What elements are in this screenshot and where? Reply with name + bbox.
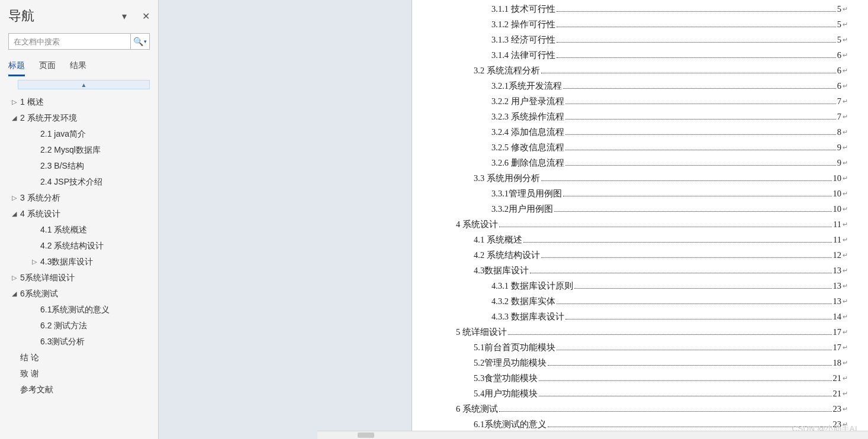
toc-page-number: 21↵ — [833, 389, 848, 399]
outline-item[interactable]: ◢2 系统开发环境 — [6, 110, 152, 126]
outline-item-label: 2.1 java简介 — [39, 129, 86, 140]
triangle-down-icon[interactable]: ◢ — [9, 115, 19, 121]
toc-title: 4.1 系统概述 — [474, 234, 522, 246]
toc-entry[interactable]: 5.2管理员功能模块18↵ — [456, 357, 848, 373]
toc-leader-dots — [557, 11, 836, 12]
toc-entry[interactable]: 6 系统测试23↵ — [456, 404, 848, 419]
toc-title: 5.2管理员功能模块 — [474, 357, 546, 369]
toc-entry[interactable]: 3.3.2用户用例图10↵ — [456, 204, 848, 219]
toc-page-number: 5↵ — [837, 4, 848, 14]
document-page[interactable]: 3.1.1 技术可行性5↵3.1.2 操作可行性5↵3.1.3 经济可行性5↵3… — [412, 0, 868, 439]
outline-item-label: 5系统详细设计 — [19, 273, 75, 283]
outline-item-label: 1 概述 — [19, 97, 44, 108]
outline-item[interactable]: ▷5系统详细设计 — [6, 270, 152, 286]
outline-item[interactable]: 结 论 — [6, 350, 152, 366]
toc-entry[interactable]: 3.1.3 经济可行性5↵ — [456, 34, 848, 50]
outline-item[interactable]: ▷4.3数据库设计 — [6, 254, 152, 270]
toc-title: 4.3数据库设计 — [474, 265, 529, 276]
tab-headings[interactable]: 标题 — [8, 60, 25, 76]
chevron-down-icon[interactable]: ▾ — [122, 11, 127, 22]
toc-entry[interactable]: 3.2 系统流程分析6↵ — [456, 65, 848, 80]
outline-item[interactable]: 参考文献 — [6, 382, 152, 398]
toc-title: 4.2 系统结构设计 — [474, 250, 540, 261]
outline-item[interactable]: ◢6系统测试 — [6, 286, 152, 302]
toc-page-number: 11↵ — [833, 220, 848, 230]
paragraph-mark-icon: ↵ — [843, 175, 848, 182]
outline-item[interactable]: 6.3测试分析 — [6, 334, 152, 350]
toc-leader-dots — [548, 365, 831, 366]
toc-entry[interactable]: 5 统详细设计17↵ — [456, 327, 848, 342]
toc-title: 3.2.1系统开发流程 — [491, 80, 562, 92]
outline-item-label: 4.1 系统概述 — [39, 225, 87, 235]
outline-item[interactable]: 2.2 Mysql数据库 — [6, 142, 152, 158]
toc-entry[interactable]: 3.3 系统用例分析10↵ — [456, 173, 848, 188]
triangle-down-icon[interactable]: ◢ — [9, 290, 19, 297]
toc-entry[interactable]: 5.4用户功能模块21↵ — [456, 388, 848, 404]
paragraph-mark-icon: ↵ — [843, 359, 848, 367]
toc-entry[interactable]: 3.1.4 法律可行性6↵ — [456, 50, 848, 65]
paragraph-mark-icon: ↵ — [843, 5, 848, 13]
outline-item[interactable]: ◢4 系统设计 — [6, 206, 152, 222]
outline-item[interactable]: 4.1 系统概述 — [6, 222, 152, 238]
paragraph-mark-icon: ↵ — [843, 21, 848, 28]
outline-item[interactable]: 2.1 java简介 — [6, 126, 152, 142]
triangle-right-icon[interactable]: ▷ — [9, 275, 19, 281]
toc-entry[interactable]: 5.3食堂功能模块21↵ — [456, 373, 848, 388]
search-icon: 🔍 — [133, 37, 143, 46]
collapse-all-button[interactable]: ▲ — [18, 80, 150, 89]
toc-leader-dots — [499, 411, 832, 412]
outline-item[interactable]: 6.2 测试方法 — [6, 318, 152, 334]
toc-entry[interactable]: 3.2.6 删除信息流程9↵ — [456, 157, 848, 173]
triangle-right-icon[interactable]: ▷ — [30, 259, 39, 265]
toc-leader-dots — [565, 104, 836, 104]
toc-leader-dots — [554, 211, 832, 212]
tab-results[interactable]: 结果 — [70, 60, 86, 76]
toc-page-number: 10↵ — [833, 204, 848, 214]
paragraph-mark-icon: ↵ — [843, 51, 848, 59]
toc-entry[interactable]: 3.1.2 操作可行性5↵ — [456, 19, 848, 34]
toc-entry[interactable]: 4.2 系统结构设计12↵ — [456, 250, 848, 265]
toc-entry[interactable]: 3.2.2 用户登录流程7↵ — [456, 96, 848, 111]
outline-item-label: 2.2 Mysql数据库 — [39, 145, 101, 156]
toc-entry[interactable]: 3.3.1管理员用例图10↵ — [456, 188, 848, 204]
outline-item[interactable]: 6.1系统测试的意义 — [6, 302, 152, 318]
triangle-down-icon[interactable]: ◢ — [9, 211, 19, 217]
paragraph-mark-icon: ↵ — [843, 113, 848, 121]
close-icon[interactable]: ✕ — [142, 11, 150, 22]
outline-item[interactable]: 致 谢 — [6, 366, 152, 382]
toc-entry[interactable]: 3.2.3 系统操作流程7↵ — [456, 111, 848, 127]
outline-item[interactable]: ▷1 概述 — [6, 94, 152, 110]
toc-entry[interactable]: 4 系统设计11↵ — [456, 219, 848, 234]
outline-item[interactable]: ▷3 系统分析 — [6, 190, 152, 206]
scrollbar-thumb[interactable] — [358, 432, 374, 438]
toc-entry[interactable]: 3.1.1 技术可行性5↵ — [456, 4, 848, 19]
outline-item[interactable]: 2.3 B/S结构 — [6, 158, 152, 174]
toc-page-number: 13↵ — [833, 296, 848, 306]
triangle-right-icon[interactable]: ▷ — [9, 99, 19, 105]
outline-item[interactable]: 2.4 JSP技术介绍 — [6, 174, 152, 190]
toc-entry[interactable]: 4.3数据库设计13↵ — [456, 265, 848, 280]
horizontal-scrollbar[interactable] — [317, 431, 868, 439]
toc-leader-dots — [548, 427, 831, 427]
toc-page-number: 23↵ — [833, 404, 848, 414]
navigation-title: 导航 — [8, 7, 34, 25]
toc-page-number: 5↵ — [837, 35, 848, 45]
toc-page-number: 6↵ — [837, 81, 848, 91]
toc-entry[interactable]: 3.2.1系统开发流程6↵ — [456, 80, 848, 96]
toc-entry[interactable]: 4.3.2 数据库实体13↵ — [456, 296, 848, 311]
search-button[interactable]: 🔍▾ — [130, 34, 149, 49]
toc-title: 3.2.6 删除信息流程 — [491, 157, 564, 169]
toc-entry[interactable]: 4.3.3 数据库表设计14↵ — [456, 311, 848, 327]
outline-item[interactable]: 4.2 系统结构设计 — [6, 238, 152, 254]
outline-item-label: 2.4 JSP技术介绍 — [39, 177, 102, 188]
toc-entry[interactable]: 3.2.5 修改信息流程9↵ — [456, 142, 848, 157]
paragraph-mark-icon: ↵ — [843, 190, 848, 198]
toc-entry[interactable]: 4.1 系统概述11↵ — [456, 234, 848, 250]
toc-entry[interactable]: 4.3.1 数据库设计原则13↵ — [456, 280, 848, 296]
toc-entry[interactable]: 5.1前台首页功能模块17↵ — [456, 342, 848, 357]
triangle-right-icon[interactable]: ▷ — [9, 195, 19, 201]
search-input[interactable] — [9, 34, 130, 49]
toc-entry[interactable]: 3.2.4 添加信息流程8↵ — [456, 127, 848, 142]
tab-pages[interactable]: 页面 — [39, 60, 56, 76]
toc-title: 3.1.3 经济可行性 — [491, 34, 555, 46]
